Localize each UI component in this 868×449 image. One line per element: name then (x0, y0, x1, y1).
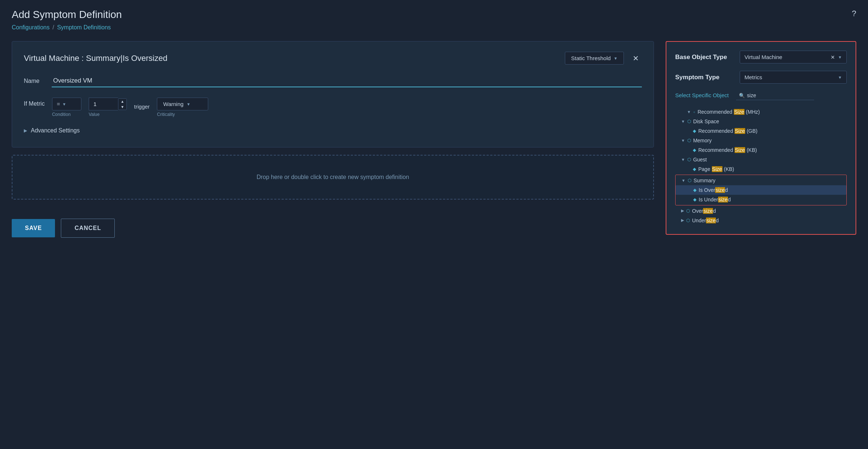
tree-item-recommended-size-kb[interactable]: ◆ Recommended Size (KB) (675, 145, 847, 155)
condition-select[interactable]: = ▼ (52, 98, 81, 110)
tree-item-guest[interactable]: ▼ ⬡ Guest (675, 155, 847, 164)
tree-item-recommended-size-mhz[interactable]: ▼ ⬦ Recommended Size (MHz) (675, 107, 847, 117)
summary-group-container: ▼ ⬡ Summary ◆ Is Oversized ◆ Is Undersiz… (675, 175, 847, 205)
symptom-type-select[interactable]: Metrics ▼ (740, 71, 847, 84)
guest-diamond-icon: ◆ (693, 167, 696, 172)
memory-expand-icon: ▼ (681, 138, 685, 143)
condition-field: = ▼ Condition (52, 98, 81, 117)
memory-diamond-icon: ◆ (693, 147, 696, 153)
if-metric-label: If Metric (24, 98, 45, 110)
symptom-card: Virtual Machine : Summary|Is Oversized S… (12, 41, 654, 147)
value-with-stepper: 1 ▲ ▼ (89, 98, 127, 110)
name-input[interactable] (52, 75, 642, 87)
tree-item-oversized[interactable]: ▶ ⬡ Oversized (675, 206, 847, 216)
select-specific-label[interactable]: Select Specific Object (675, 92, 729, 98)
advanced-settings-chevron-icon: ▶ (24, 128, 27, 133)
symptom-type-chevron-icon: ▼ (838, 75, 842, 80)
criticality-field: Warning ▼ Criticality (157, 98, 208, 117)
help-icon[interactable]: ? (852, 9, 856, 18)
left-panel: Virtual Machine : Summary|Is Oversized S… (12, 41, 654, 238)
main-layout: Virtual Machine : Summary|Is Oversized S… (12, 41, 856, 440)
search-box: 🔍 (736, 91, 814, 100)
trigger-label: trigger (134, 101, 150, 113)
breadcrumb-separator: / (52, 24, 54, 31)
threshold-type-select[interactable]: Static Threshold ▼ (565, 52, 624, 65)
base-object-type-chevron-icon: ▼ (838, 55, 842, 59)
page-title: Add Symptom Definition (12, 9, 856, 21)
symptom-card-controls: Static Threshold ▼ ✕ (565, 52, 642, 65)
undersized-expand-icon: ▶ (681, 218, 684, 223)
tree-item-memory[interactable]: ▼ ⬡ Memory (675, 136, 847, 145)
tree-item-undersized[interactable]: ▶ ⬡ Undersized (675, 216, 847, 225)
tree-item-summary[interactable]: ▼ ⬡ Summary (676, 176, 846, 185)
symptom-card-header: Virtual Machine : Summary|Is Oversized S… (24, 52, 642, 65)
breadcrumb-configurations[interactable]: Configurations (12, 24, 49, 31)
drop-zone[interactable]: Drop here or double click to create new … (12, 155, 654, 200)
if-metric-field: If Metric (24, 98, 45, 110)
bottom-buttons: SAVE CANCEL (12, 219, 654, 238)
oversized-expand-icon: ▶ (681, 208, 684, 213)
name-row: Name (24, 75, 642, 87)
condition-chevron-icon: ▼ (62, 102, 66, 106)
base-object-type-select[interactable]: Virtual Machine ✕ ▼ (740, 51, 847, 63)
value-increment-btn[interactable]: ▲ (118, 99, 126, 104)
breadcrumb-symptom-definitions[interactable]: Symptom Definitions (57, 24, 111, 31)
memory-group-icon: ⬡ (687, 138, 691, 143)
tree-item-is-oversized[interactable]: ◆ Is Oversized (676, 185, 846, 195)
summary-group-icon: ⬡ (688, 178, 691, 183)
group-icon: ⬦ (693, 110, 695, 114)
save-button[interactable]: SAVE (12, 219, 55, 237)
advanced-settings-label: Advanced Settings (31, 127, 80, 134)
oversized-group-icon: ⬡ (686, 208, 690, 213)
base-object-type-row: Base Object Type Virtual Machine ✕ ▼ (675, 51, 847, 63)
tree-container[interactable]: ▼ ⬦ Recommended Size (MHz) ▼ ⬡ Disk Spac… (675, 107, 847, 225)
condition-label: Condition (52, 112, 71, 117)
tree-item-page-size-kb[interactable]: ◆ Page Size (KB) (675, 164, 847, 174)
diamond-icon: ◆ (693, 128, 696, 134)
page-container: ? Add Symptom Definition Configurations … (0, 0, 868, 449)
is-undersized-diamond-icon: ◆ (693, 197, 696, 202)
criticality-label: Criticality (157, 112, 175, 117)
guest-group-icon: ⬡ (687, 157, 691, 162)
threshold-chevron-icon: ▼ (614, 56, 618, 61)
value-display: 1 (89, 98, 118, 110)
criticality-chevron-icon: ▼ (187, 102, 191, 106)
cancel-button[interactable]: CANCEL (61, 219, 115, 238)
summary-expand-icon: ▼ (681, 178, 685, 183)
disk-space-expand-icon: ▼ (681, 119, 685, 124)
advanced-settings[interactable]: ▶ Advanced Settings (24, 124, 642, 137)
trigger-field: trigger (134, 98, 150, 113)
undersized-group-icon: ⬡ (686, 218, 690, 223)
right-panel: Base Object Type Virtual Machine ✕ ▼ Sym… (666, 41, 856, 235)
metric-row: If Metric = ▼ Condition 1 (24, 98, 642, 117)
search-input[interactable] (747, 92, 811, 98)
symptom-card-title: Virtual Machine : Summary|Is Oversized (24, 54, 168, 63)
symptom-type-label: Symptom Type (675, 74, 734, 81)
guest-expand-icon: ▼ (681, 157, 685, 162)
summary-label: Summary (694, 178, 716, 183)
value-stepper[interactable]: ▲ ▼ (118, 98, 127, 110)
close-button[interactable]: ✕ (630, 52, 642, 64)
expand-icon: ▼ (687, 110, 691, 114)
base-object-type-label: Base Object Type (675, 54, 734, 61)
search-icon: 🔍 (739, 93, 745, 98)
name-label: Name (24, 78, 46, 84)
criticality-value: Warning (163, 101, 183, 107)
tree-item-disk-space[interactable]: ▼ ⬡ Disk Space (675, 117, 847, 126)
disk-space-group-icon: ⬡ (687, 119, 691, 124)
base-object-type-value: Virtual Machine (744, 54, 782, 60)
value-decrement-btn[interactable]: ▼ (118, 104, 126, 110)
condition-value: = (57, 101, 60, 107)
value-field: 1 ▲ ▼ Value (89, 98, 127, 117)
breadcrumb: Configurations / Symptom Definitions (12, 24, 856, 31)
symptom-type-row: Symptom Type Metrics ▼ (675, 71, 847, 84)
is-oversized-diamond-icon: ◆ (693, 187, 696, 193)
value-label: Value (89, 112, 100, 117)
symptom-type-value: Metrics (744, 74, 762, 80)
base-object-type-clear-btn[interactable]: ✕ (829, 54, 836, 60)
search-section: Select Specific Object 🔍 (675, 91, 847, 101)
criticality-select[interactable]: Warning ▼ (157, 98, 208, 110)
tree-item-is-undersized[interactable]: ◆ Is Undersized (676, 195, 846, 204)
drop-zone-text: Drop here or double click to create new … (257, 174, 409, 180)
tree-item-recommended-size-gb[interactable]: ◆ Recommended Size (GB) (675, 126, 847, 136)
